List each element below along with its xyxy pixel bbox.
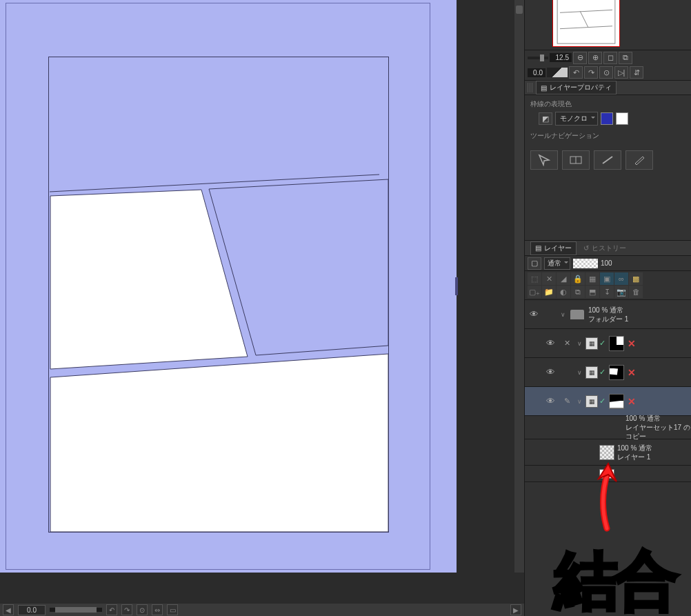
close-frame-icon[interactable]: ✕: [625, 367, 638, 378]
layer-thumbnail[interactable]: [609, 336, 624, 351]
canvas-zoom-value[interactable]: 0.0: [18, 605, 46, 615]
new-layer-icon[interactable]: ▢₊: [528, 286, 541, 298]
frame-layer-row[interactable]: 👁 ∨ ▦ ✓ ✕: [525, 358, 691, 387]
layer-thumbnail[interactable]: [609, 365, 624, 380]
color-black-swatch[interactable]: [601, 112, 613, 125]
opacity-value[interactable]: 100: [601, 259, 612, 267]
cut-frame-tool-icon[interactable]: [594, 150, 621, 170]
flip-h-icon[interactable]: ⇔: [152, 604, 163, 615]
tool-navigation-row: [525, 148, 691, 172]
new-folder-icon[interactable]: 📁: [542, 286, 556, 298]
grip-icon[interactable]: [528, 83, 533, 92]
object-tool-icon[interactable]: [530, 150, 558, 170]
reset-rotation-icon[interactable]: ⊙: [599, 66, 613, 79]
rotation-value[interactable]: 0.0: [528, 68, 545, 77]
page-content-frame[interactable]: [48, 57, 389, 533]
layer-list: 👁 ∨ 100 % 通常 フォルダー 1 👁 ✕ ∨ ▦ ✓ ✕ 👁: [525, 299, 691, 616]
visibility-icon[interactable]: 👁: [541, 367, 559, 377]
reference-icon[interactable]: ✕: [542, 272, 556, 285]
area-icon[interactable]: ▩: [629, 272, 643, 285]
scroll-right-icon[interactable]: ▶: [510, 604, 521, 615]
layer-toolbar: ⬚ ✕ ◢ 🔒 ▦ ▣ ∞ ▩ ▢₊ 📁 ◐ ⧉ ⬒ ↧ 📷 🗑: [525, 270, 691, 299]
scrollbar-thumb[interactable]: [516, 6, 523, 14]
color-mode-icon[interactable]: ◩: [539, 112, 552, 125]
palette-color-icon[interactable]: ▢: [528, 257, 541, 270]
border-color-label: 枠線の表現色: [530, 99, 685, 109]
layer-tab[interactable]: ▤ レイヤー: [530, 241, 577, 255]
expand-icon[interactable]: ∨: [574, 340, 584, 347]
merge-icon[interactable]: ⬒: [585, 286, 599, 298]
zoom-out-icon[interactable]: ⊖: [573, 52, 587, 64]
layer-set-row[interactable]: 100 % 通常 レイヤーセット17 のコピー: [525, 416, 691, 439]
redo-icon[interactable]: ↷: [121, 604, 132, 615]
frame-type-icon: ▦: [585, 366, 598, 379]
flip-horizontal-icon[interactable]: ▷|: [614, 66, 628, 79]
delete-layer-icon[interactable]: 🗑: [629, 286, 643, 298]
link-icon[interactable]: ∞: [614, 272, 628, 285]
fit-icon[interactable]: ▭: [167, 604, 178, 615]
layer-folder-row[interactable]: 👁 ∨ 100 % 通常 フォルダー 1: [525, 300, 691, 329]
zoom-slider[interactable]: [528, 57, 548, 59]
expand-icon[interactable]: ∨: [574, 398, 584, 405]
frame-border-tool-icon[interactable]: [562, 150, 590, 170]
crop-mark-right: [455, 277, 458, 295]
layer-name[interactable]: 100 % 通常 レイヤーセット17 のコピー: [624, 414, 691, 441]
frame-layer-row[interactable]: 👁 ✕ ∨ ▦ ✓ ✕: [525, 329, 691, 358]
expand-icon[interactable]: ∨: [558, 311, 568, 318]
clip-icon[interactable]: ⬚: [528, 272, 541, 285]
enable-check-icon[interactable]: ✓: [599, 339, 608, 348]
actual-size-icon[interactable]: ⧉: [619, 52, 632, 64]
blend-mode-select[interactable]: 通常: [544, 257, 570, 270]
camera-icon[interactable]: 📷: [614, 286, 628, 298]
duplicate-icon[interactable]: ⧉: [571, 286, 585, 298]
expand-icon[interactable]: ∨: [574, 369, 584, 376]
enable-check-icon[interactable]: ✓: [599, 368, 608, 377]
draft-icon[interactable]: ◢: [557, 272, 570, 285]
ruler-indicator-icon[interactable]: ✕: [559, 339, 574, 348]
undo-icon[interactable]: ↶: [106, 604, 117, 615]
zoom-out-icon[interactable]: ◀: [3, 604, 14, 615]
pen-tool-icon[interactable]: [625, 150, 653, 170]
tool-nav-label: ツールナビゲーション: [530, 131, 685, 141]
color-mode-select[interactable]: モノクロ: [555, 112, 598, 126]
visibility-icon[interactable]: 👁: [525, 309, 543, 319]
navigator-zoom-row: 12.5 ⊖ ⊕ ◻ ⧉: [525, 50, 691, 65]
layer-thumbnail[interactable]: [599, 445, 614, 460]
horizontal-scrollbar[interactable]: [50, 608, 102, 612]
lock-icon[interactable]: 🔒: [571, 272, 585, 285]
visibility-icon[interactable]: 👁: [541, 396, 559, 406]
layer-name[interactable]: 100 % 通常 フォルダー 1: [587, 306, 691, 324]
flip-vertical-icon[interactable]: ⇵: [630, 66, 643, 79]
rotation-curve[interactable]: [547, 68, 568, 77]
frame-layer-row-selected[interactable]: 👁 ✎ ∨ ▦ ✓ ✕: [525, 387, 691, 416]
opacity-slider[interactable]: [573, 259, 598, 268]
navigator-thumbnail[interactable]: [552, 0, 620, 47]
canvas-area[interactable]: ◀ 0.0 ↶ ↷ ⊙ ⇔ ▭ ▶: [0, 0, 524, 616]
layer-property-tab[interactable]: ▤ レイヤープロパティ: [536, 81, 617, 95]
history-tab[interactable]: ↺ ヒストリー: [579, 242, 630, 255]
pencil-indicator-icon[interactable]: ✎: [559, 397, 574, 406]
fit-screen-icon[interactable]: ◻: [603, 52, 617, 64]
color-white-swatch[interactable]: [616, 112, 628, 125]
close-frame-icon[interactable]: ✕: [625, 396, 638, 407]
close-frame-icon[interactable]: ✕: [625, 338, 638, 349]
vertical-scrollbar[interactable]: [514, 0, 524, 573]
zoom-in-icon[interactable]: ⊕: [588, 52, 602, 64]
raster-layer-row[interactable]: 100 % 通常 レイヤー 1: [525, 439, 691, 466]
transfer-icon[interactable]: ↧: [600, 286, 614, 298]
layer-stack-icon: ▤: [541, 84, 547, 92]
layer-thumbnail[interactable]: [609, 394, 624, 409]
mask-icon[interactable]: ▦: [585, 272, 599, 285]
partial-layer-row[interactable]: [525, 466, 691, 482]
ruler-icon[interactable]: ▣: [600, 272, 614, 285]
rotate-cw-icon[interactable]: ↷: [584, 66, 598, 79]
layer-controls-row: ▢ 通常 100: [525, 255, 691, 270]
enable-check-icon[interactable]: ✓: [599, 397, 608, 406]
rotate-ccw-icon[interactable]: ↶: [569, 66, 583, 79]
visibility-icon[interactable]: 👁: [541, 338, 559, 348]
layer-thumbnail[interactable]: [599, 469, 614, 479]
layer-name[interactable]: 100 % 通常 レイヤー 1: [616, 444, 691, 461]
reset-icon[interactable]: ⊙: [137, 604, 148, 615]
new-correction-icon[interactable]: ◐: [557, 286, 570, 298]
zoom-value[interactable]: 12.5: [550, 53, 572, 62]
